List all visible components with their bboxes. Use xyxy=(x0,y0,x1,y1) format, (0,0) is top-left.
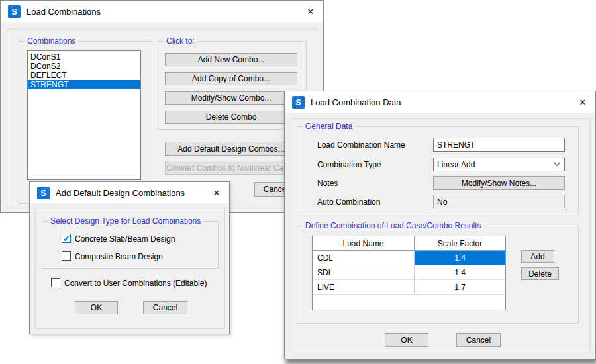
concrete-slab-beam-checkbox[interactable] xyxy=(62,234,71,243)
design-type-group-label: Select Design Type for Load Combinations xyxy=(48,216,203,226)
combination-type-value: Linear Add xyxy=(437,160,475,169)
dialog-title: Load Combinations xyxy=(26,7,101,17)
load-name-cell[interactable]: CDL xyxy=(313,251,415,265)
add-default-design-combinations-dialog: S Add Default Design Combinations ✕ Sele… xyxy=(29,181,230,334)
load-combinations-titlebar[interactable]: S Load Combinations xyxy=(1,1,323,22)
cancel-button[interactable]: Cancel xyxy=(143,301,187,314)
cancel-button[interactable]: Cancel xyxy=(456,333,501,347)
modify-show-notes-button[interactable]: Modify/Show Notes... xyxy=(433,176,565,190)
list-item[interactable]: DConS2 xyxy=(28,62,140,71)
modify-show-combo-button[interactable]: Modify/Show Combo... xyxy=(165,91,297,105)
combinations-listbox[interactable]: DConS1 DConS2 DEFLECT STRENGT xyxy=(27,50,141,180)
dialog-title: Add Default Design Combinations xyxy=(56,188,185,198)
notes-label: Notes xyxy=(317,179,338,188)
load-case-table[interactable]: Load Name Scale Factor CDL 1.4 SDL 1.4 L… xyxy=(312,236,506,310)
list-item-selected[interactable]: STRENGT xyxy=(28,80,140,89)
define-combination-group-label: Define Combination of Load Case/Combo Re… xyxy=(303,221,483,230)
auto-combination-label: Auto Combination xyxy=(317,197,380,206)
scale-factor-cell[interactable]: 1.4 xyxy=(415,265,505,279)
app-icon: S xyxy=(292,96,305,109)
ok-button[interactable]: OK xyxy=(385,333,428,347)
app-icon: S xyxy=(8,5,21,18)
ok-button[interactable]: OK xyxy=(75,301,118,314)
scale-factor-cell[interactable]: 1.7 xyxy=(415,280,505,294)
list-item[interactable]: DConS1 xyxy=(28,52,140,62)
combination-type-dropdown[interactable]: Linear Add xyxy=(433,158,565,171)
delete-combo-button[interactable]: Delete Combo xyxy=(165,111,297,124)
load-combination-data-titlebar[interactable]: S Load Combination Data xyxy=(285,91,595,113)
convert-combos-nonlinear-button: Convert Combos to Nonlinear Cases xyxy=(165,161,297,175)
load-combination-data-dialog: S Load Combination Data ✕ General Data L… xyxy=(284,91,596,359)
auto-combination-field: No xyxy=(433,195,565,208)
scale-factor-cell-selected[interactable]: 1.4 xyxy=(415,251,505,265)
scale-factor-column-header: Scale Factor xyxy=(415,236,505,250)
table-row[interactable]: SDL 1.4 xyxy=(313,265,505,280)
general-data-group-label: General Data xyxy=(303,122,355,131)
delete-row-button[interactable]: Delete xyxy=(521,267,559,280)
combinations-group-label: Combinations xyxy=(25,36,78,46)
combination-type-label: Combination Type xyxy=(317,160,381,169)
list-item[interactable]: DEFLECT xyxy=(28,71,140,80)
table-header-row: Load Name Scale Factor xyxy=(313,236,505,251)
add-default-design-titlebar[interactable]: S Add Default Design Combinations xyxy=(30,182,228,203)
add-copy-of-combo-button[interactable]: Add Copy of Combo... xyxy=(165,72,297,85)
composite-beam-label: Composite Beam Design xyxy=(75,252,163,261)
composite-beam-checkbox[interactable] xyxy=(62,251,71,261)
screen-background: S Load Combinations ✕ Combinations DConS… xyxy=(0,0,596,364)
close-icon[interactable]: ✕ xyxy=(210,187,223,199)
convert-user-combinations-checkbox[interactable] xyxy=(51,278,60,287)
load-name-cell[interactable]: SDL xyxy=(313,265,415,279)
chevron-down-icon xyxy=(554,162,560,167)
add-default-design-combos-button[interactable]: Add Default Design Combos... xyxy=(165,142,297,156)
add-row-button[interactable]: Add xyxy=(521,250,554,263)
load-combination-name-input[interactable]: STRENGT xyxy=(433,138,565,152)
dialog-title: Load Combination Data xyxy=(311,97,401,107)
concrete-slab-beam-label: Concrete Slab/Beam Design xyxy=(75,234,175,244)
add-new-combo-button[interactable]: Add New Combo... xyxy=(165,53,297,66)
load-name-column-header: Load Name xyxy=(313,236,415,250)
table-row[interactable]: CDL 1.4 xyxy=(313,251,505,265)
close-icon[interactable]: ✕ xyxy=(576,96,589,109)
load-combination-name-label: Load Combination Name xyxy=(317,140,405,150)
close-icon[interactable]: ✕ xyxy=(304,5,317,18)
table-row[interactable]: LIVE 1.7 xyxy=(313,280,505,295)
design-type-group: Select Design Type for Load Combinations xyxy=(42,221,219,269)
app-icon: S xyxy=(37,187,50,199)
load-name-cell[interactable]: LIVE xyxy=(313,280,415,294)
convert-user-combinations-label: Convert to User Combinations (Editable) xyxy=(64,279,207,288)
click-to-group-label: Click to: xyxy=(164,36,197,46)
